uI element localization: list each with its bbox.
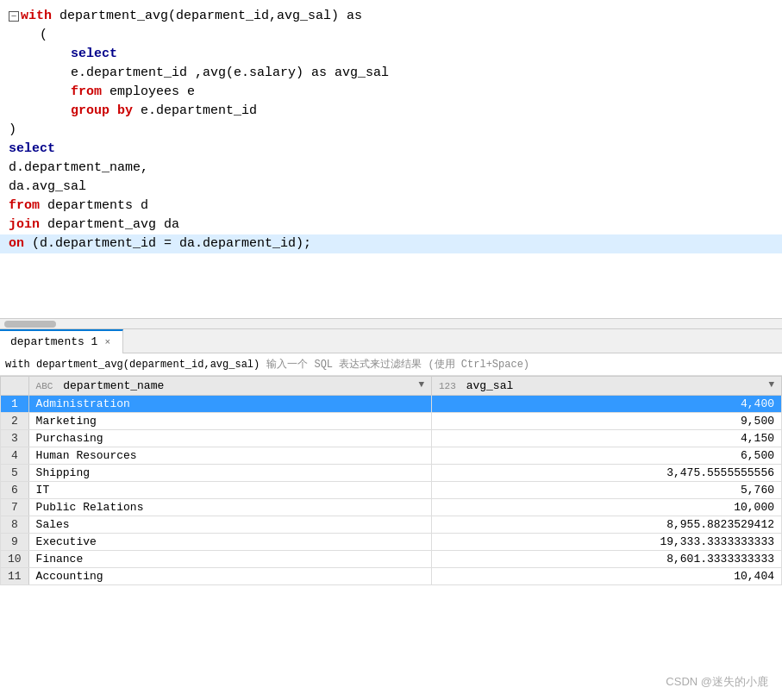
table-header-row: ABC department_name ▼ 123 avg_sal ▼ bbox=[1, 377, 782, 396]
cell-department-name: IT bbox=[28, 482, 431, 499]
code-line-13: on (d.department_id = da.deparment_id); bbox=[0, 234, 782, 253]
code-line-10: da.avg_sal bbox=[0, 178, 782, 197]
col-header-avg-sal[interactable]: 123 avg_sal ▼ bbox=[432, 377, 782, 396]
tab-label: departments 1 bbox=[10, 335, 97, 348]
cell-avg-sal: 10,000 bbox=[432, 499, 782, 516]
table-row[interactable]: 11Accounting10,404 bbox=[1, 568, 782, 585]
tab-close-button[interactable]: × bbox=[103, 337, 112, 347]
code-line-7: ) bbox=[0, 121, 782, 140]
row-number: 8 bbox=[1, 516, 29, 534]
scrollbar-thumb[interactable] bbox=[4, 321, 56, 328]
table-row[interactable]: 8Sales8,955.8823529412 bbox=[1, 516, 782, 534]
collapse-icon[interactable]: − bbox=[9, 11, 19, 22]
col-type-abc: ABC bbox=[36, 381, 53, 391]
code-line-12: join department_avg da bbox=[0, 216, 782, 234]
code-line-4: e.department_id ,avg(e.salary) as avg_sa… bbox=[0, 64, 782, 83]
cell-avg-sal: 4,150 bbox=[432, 430, 782, 447]
filter-hint: 输入一个 SQL 表达式来过滤结果 (使用 Ctrl+Space) bbox=[266, 357, 529, 372]
table-row[interactable]: 7Public Relations10,000 bbox=[1, 499, 782, 516]
code-line-1: −with department_avg(deparment_id,avg_sa… bbox=[0, 7, 782, 26]
cell-department-name: Purchasing bbox=[28, 430, 431, 447]
cell-avg-sal: 19,333.3333333333 bbox=[432, 534, 782, 551]
table-row[interactable]: 10Finance8,601.3333333333 bbox=[1, 551, 782, 568]
cell-department-name: Human Resources bbox=[28, 447, 431, 465]
row-number: 9 bbox=[1, 534, 29, 551]
code-line-5: from employees e bbox=[0, 83, 782, 102]
cell-avg-sal: 4,400 bbox=[432, 396, 782, 413]
code-line-2: ( bbox=[0, 26, 782, 45]
watermark: CSDN @迷失的小鹿 bbox=[666, 674, 768, 690]
tab-departments[interactable]: departments 1 × bbox=[0, 329, 123, 353]
code-line-9: d.department_name, bbox=[0, 159, 782, 178]
code-line-6: group by e.department_id bbox=[0, 102, 782, 121]
cell-department-name: Sales bbox=[28, 516, 431, 534]
cell-department-name: Public Relations bbox=[28, 499, 431, 516]
cell-department-name: Administration bbox=[28, 396, 431, 413]
row-number: 10 bbox=[1, 551, 29, 568]
row-number: 7 bbox=[1, 499, 29, 516]
horizontal-scrollbar[interactable] bbox=[0, 319, 782, 329]
cell-department-name: Accounting bbox=[28, 568, 431, 585]
code-line-11: from departments d bbox=[0, 197, 782, 216]
row-number: 5 bbox=[1, 465, 29, 482]
row-number: 4 bbox=[1, 447, 29, 465]
code-line-3: select bbox=[0, 45, 782, 64]
col-name-department: department_name bbox=[63, 379, 164, 392]
col-filter-avgsal-icon[interactable]: ▼ bbox=[768, 379, 774, 390]
col-header-department-name[interactable]: ABC department_name ▼ bbox=[28, 377, 431, 396]
filter-query: with department_avg(deparment_id,avg_sal… bbox=[5, 359, 260, 371]
row-number-header bbox=[1, 377, 29, 396]
cell-department-name: Executive bbox=[28, 534, 431, 551]
row-number: 3 bbox=[1, 430, 29, 447]
row-number: 6 bbox=[1, 482, 29, 499]
cell-avg-sal: 8,601.3333333333 bbox=[432, 551, 782, 568]
row-number: 11 bbox=[1, 568, 29, 585]
row-number: 1 bbox=[1, 396, 29, 413]
col-type-123: 123 bbox=[439, 381, 456, 391]
filter-bar: with department_avg(deparment_id,avg_sal… bbox=[0, 353, 782, 376]
table-row[interactable]: 5Shipping3,475.5555555556 bbox=[1, 465, 782, 482]
col-name-avgsal: avg_sal bbox=[466, 379, 514, 392]
col-filter-icon[interactable]: ▼ bbox=[418, 379, 424, 390]
table-row[interactable]: 4Human Resources6,500 bbox=[1, 447, 782, 465]
results-table-container: ABC department_name ▼ 123 avg_sal ▼ 1Adm… bbox=[0, 376, 782, 585]
cell-avg-sal: 6,500 bbox=[432, 447, 782, 465]
table-row[interactable]: 6IT5,760 bbox=[1, 482, 782, 499]
cell-department-name: Finance bbox=[28, 551, 431, 568]
cell-avg-sal: 5,760 bbox=[432, 482, 782, 499]
cell-department-name: Marketing bbox=[28, 413, 431, 430]
cell-department-name: Shipping bbox=[28, 465, 431, 482]
table-row[interactable]: 2Marketing9,500 bbox=[1, 413, 782, 430]
cell-avg-sal: 9,500 bbox=[432, 413, 782, 430]
results-table: ABC department_name ▼ 123 avg_sal ▼ 1Adm… bbox=[0, 376, 782, 585]
cell-avg-sal: 3,475.5555555556 bbox=[432, 465, 782, 482]
table-row[interactable]: 1Administration4,400 bbox=[1, 396, 782, 413]
cell-avg-sal: 10,404 bbox=[432, 568, 782, 585]
table-row[interactable]: 9Executive19,333.3333333333 bbox=[1, 534, 782, 551]
cell-avg-sal: 8,955.8823529412 bbox=[432, 516, 782, 534]
table-row[interactable]: 3Purchasing4,150 bbox=[1, 430, 782, 447]
row-number: 2 bbox=[1, 413, 29, 430]
code-editor[interactable]: −with department_avg(deparment_id,avg_sa… bbox=[0, 0, 782, 319]
code-line-8: select bbox=[0, 140, 782, 159]
tab-bar: departments 1 × bbox=[0, 329, 782, 353]
